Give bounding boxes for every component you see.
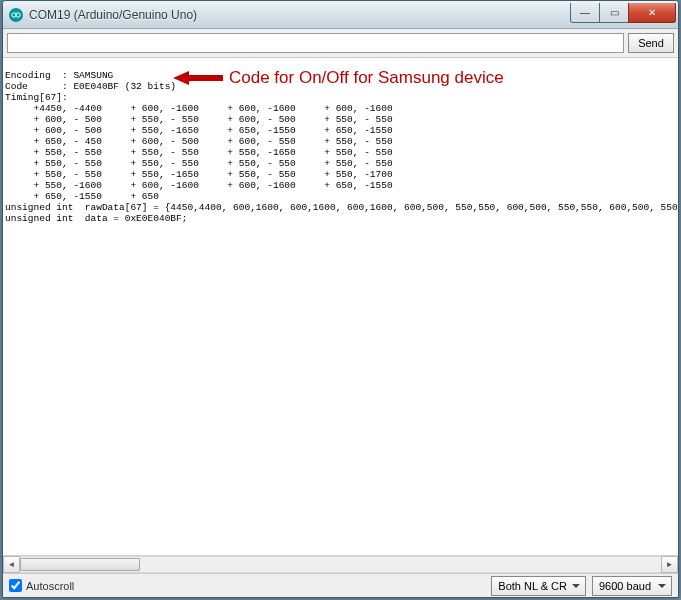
autoscroll-checkbox[interactable]: Autoscroll: [9, 579, 74, 592]
serial-output-text: Encoding : SAMSUNG Code : E0E040BF (32 b…: [5, 70, 678, 224]
minimize-button[interactable]: —: [570, 3, 600, 23]
titlebar[interactable]: COM19 (Arduino/Genuino Uno) — ▭ ✕: [3, 1, 678, 29]
scroll-right-button[interactable]: ►: [661, 556, 678, 573]
autoscroll-label: Autoscroll: [26, 580, 74, 592]
baud-rate-select[interactable]: 9600 baud: [592, 576, 672, 596]
status-bar: Autoscroll Both NL & CR 9600 baud: [3, 573, 678, 597]
baud-rate-value: 9600 baud: [599, 580, 651, 592]
serial-monitor-window: COM19 (Arduino/Genuino Uno) — ▭ ✕ Send E…: [2, 0, 679, 598]
scroll-track[interactable]: [20, 556, 661, 573]
scroll-thumb[interactable]: [20, 558, 140, 571]
send-toolbar: Send: [3, 29, 678, 58]
horizontal-scrollbar[interactable]: ◄ ►: [3, 555, 678, 573]
serial-output-area[interactable]: Encoding : SAMSUNG Code : E0E040BF (32 b…: [3, 58, 678, 555]
window-controls: — ▭ ✕: [571, 3, 676, 23]
line-ending-select[interactable]: Both NL & CR: [491, 576, 586, 596]
autoscroll-input[interactable]: [9, 579, 22, 592]
send-input[interactable]: [7, 33, 624, 53]
scroll-left-button[interactable]: ◄: [3, 556, 20, 573]
window-title: COM19 (Arduino/Genuino Uno): [29, 8, 571, 22]
maximize-button[interactable]: ▭: [599, 3, 629, 23]
line-ending-value: Both NL & CR: [498, 580, 567, 592]
send-button[interactable]: Send: [628, 33, 674, 53]
close-button[interactable]: ✕: [628, 3, 676, 23]
arduino-icon: [9, 8, 23, 22]
